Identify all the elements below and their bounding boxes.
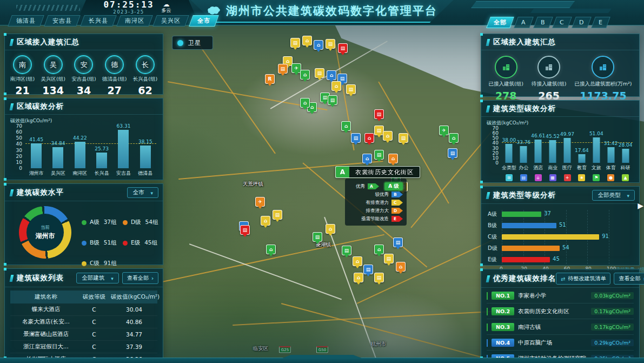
map-marker-D[interactable]: ⌂ [388, 154, 398, 163]
map-marker-A[interactable]: ⌂ [300, 98, 310, 108]
dropdown-value: 全部建筑 [82, 274, 104, 282]
table-row[interactable]: 蝶来大酒店C30.04 [10, 303, 157, 316]
building-icon: ▤ [243, 227, 248, 233]
map-marker-B[interactable]: ⌂ [327, 70, 336, 80]
map-marker-E[interactable]: ▤ [374, 109, 384, 119]
hbar-fill [502, 234, 599, 240]
ranking-row[interactable]: NO.2衣裳街历史文化街区0.17kgCO₂/m² [487, 305, 634, 319]
region-tab-德清县[interactable]: 德清县 [8, 15, 44, 27]
x-tick-label: 吴兴区 [47, 170, 69, 177]
map-marker-C[interactable]: ▤ [384, 254, 394, 263]
view-all-button[interactable]: 查看全部 [122, 272, 158, 284]
map-marker-C[interactable]: ⌂ [383, 131, 393, 141]
building-filter-dropdown[interactable]: 全部建筑 [76, 273, 119, 283]
panel-next-arrow[interactable]: ▶ [638, 201, 643, 210]
map-marker-C[interactable]: ⌂ [331, 81, 341, 91]
map-marker-D[interactable]: R [265, 74, 275, 84]
map-marker-C[interactable]: ⌂ [261, 216, 270, 226]
building-icon: ⌂ [269, 247, 273, 252]
region-tab-南浔区[interactable]: 南浔区 [116, 15, 153, 27]
table-row[interactable]: 浙江皇冠假日大...C37.39 [10, 341, 157, 353]
map-marker-D[interactable]: ✈ [255, 197, 265, 207]
grade-tag-D: D [391, 208, 403, 214]
table-row[interactable]: 名豪大酒店(长安...C40.86 [10, 316, 157, 328]
type-filter-dropdown[interactable]: 全部类型 [592, 190, 635, 201]
icon-slot: ▤ [516, 173, 531, 181]
map-marker-C[interactable]: ⌂ [354, 273, 363, 282]
map-marker-A[interactable]: ⌂ [449, 133, 459, 143]
tab-label: 吴兴区 [161, 17, 181, 25]
map-marker-D[interactable]: ▤ [278, 64, 288, 74]
bar-slot: 63.31 [112, 126, 134, 168]
map-marker-C[interactable]: ▤ [273, 210, 282, 220]
map-marker-A[interactable]: ⌂ [300, 70, 310, 80]
level-legend-item: C级91组 [82, 260, 117, 267]
map-marker-A[interactable]: ⌂ [341, 121, 351, 131]
map-marker-B[interactable]: ⌂ [362, 154, 372, 163]
map-marker-D[interactable]: ⌂ [396, 262, 406, 272]
table-row[interactable]: 景澜富硒山居酒店C34.77 [10, 328, 157, 341]
map-marker-C[interactable]: ▤ [374, 273, 384, 282]
building-icon: ⌂ [368, 135, 371, 141]
bar-value: 31.42 [604, 141, 618, 146]
marker-tail [356, 282, 361, 285]
map-marker-A[interactable]: ⌂ [266, 245, 276, 254]
map-marker-C[interactable]: ▤ [399, 133, 408, 143]
map-marker-E[interactable]: ▤ [338, 43, 348, 53]
region-tab-长兴县[interactable]: 长兴县 [80, 15, 117, 27]
panel-title: 建筑碳效列表 [17, 273, 64, 283]
region-tab-安吉县[interactable]: 安吉县 [44, 15, 81, 27]
panel-region-summary-right: 区域接入建筑汇总 已接入建筑(组) 278 待接入建筑(组) 265 [481, 34, 640, 97]
map-marker-C[interactable]: ▤ [290, 38, 300, 48]
grade-tab-全部[interactable]: 全部 [486, 17, 514, 28]
map-marker-B[interactable]: ▤ [363, 265, 373, 274]
map-marker-C[interactable]: ▤ [346, 84, 356, 94]
map-marker-C[interactable]: ⌂ [353, 256, 362, 266]
map-marker-B[interactable]: ▤ [393, 237, 403, 247]
ranking-row[interactable]: NO.4中原百脑广场0.29kgCO₂/m² [487, 336, 634, 351]
map-marker-A[interactable]: ⌂ [374, 245, 384, 254]
map-marker-A[interactable]: ▤ [374, 150, 384, 160]
map-marker-E[interactable]: ⌂ [364, 133, 374, 143]
building-icon: ⌂ [264, 218, 267, 223]
building-icon: ✈ [442, 128, 446, 133]
district-badge-icon: 吴 [44, 55, 63, 74]
view-all-button[interactable]: 查看全部 [614, 273, 644, 285]
map-marker-B[interactable]: ▤ [448, 148, 457, 158]
grade-tab-D[interactable]: D [572, 17, 592, 28]
grade-tab-B[interactable]: B [533, 17, 553, 28]
tab-label: 长兴县 [89, 17, 108, 25]
x-tick-label: 商业 [546, 164, 560, 171]
ranking-row[interactable]: NO.1李家巷小学0.03kgCO₂/m² [487, 289, 634, 303]
grade-tab-A[interactable]: A [514, 17, 533, 28]
x-tick-label: 医疗 [560, 164, 575, 171]
bar-value: 25.73 [95, 146, 109, 151]
hbar-track: 51 [502, 223, 623, 228]
x-tick-label: 南浔区 [69, 170, 91, 177]
panel-title: 优秀建筑碳效排名 [493, 274, 556, 283]
map-marker-A[interactable]: ✈ [439, 126, 449, 135]
marker-tail [366, 274, 370, 276]
marker-tail [315, 241, 320, 244]
map-marker-C[interactable]: ⌂ [302, 36, 312, 45]
rectify-list-button[interactable]: 待整改建筑清单 [556, 273, 610, 285]
bar [593, 137, 600, 163]
map-marker-B[interactable]: ▤ [351, 133, 361, 143]
map-marker-C[interactable]: ▤ [326, 39, 335, 49]
district-label: 安吉县(组) [71, 76, 96, 83]
grade-tab-C[interactable]: C [552, 17, 572, 28]
map-marker-A[interactable]: ▤ [328, 95, 337, 105]
city-filter-dropdown[interactable]: 全市 [127, 187, 158, 198]
marker-tail [387, 263, 391, 266]
region-tab-全市[interactable]: 全市 [189, 15, 219, 27]
map-marker-A[interactable]: ▤ [313, 232, 322, 242]
satellite-toggle[interactable]: 卫星 [172, 36, 213, 50]
map-marker-A[interactable]: ▤ [342, 246, 351, 255]
map-marker-C[interactable]: ▤ [315, 68, 324, 78]
map-marker-C[interactable]: ⌂ [326, 224, 335, 234]
region-tab-吴兴区[interactable]: 吴兴区 [152, 15, 189, 27]
ranking-row[interactable]: NO.3南浔古镇0.17kgCO₂/m² [487, 321, 634, 335]
map-marker-E[interactable]: ▤ [240, 225, 250, 235]
map-marker-B[interactable]: ⌂ [314, 40, 323, 50]
grade-tab-E[interactable]: E [591, 17, 610, 28]
